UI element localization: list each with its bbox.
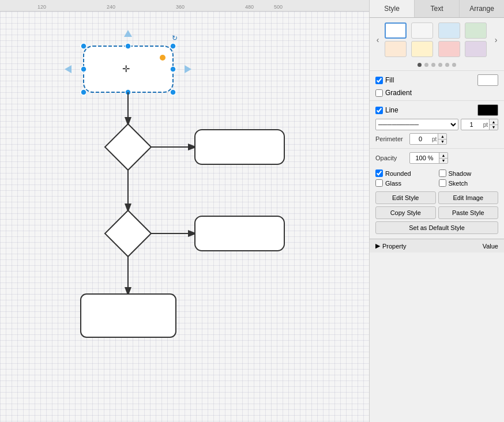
dot-4[interactable] bbox=[438, 63, 442, 67]
edit-image-button[interactable]: Edit Image bbox=[438, 191, 499, 204]
perimeter-spinner: ▲ ▼ bbox=[438, 134, 446, 144]
opacity-row: Opacity ▲ ▼ bbox=[375, 152, 498, 164]
tab-bar: Style Text Arrange bbox=[370, 0, 504, 18]
shadow-checkbox-label[interactable]: Shadow bbox=[439, 169, 499, 177]
perimeter-up[interactable]: ▲ bbox=[438, 134, 446, 140]
color-nav: ‹ › bbox=[370, 18, 504, 62]
line-checkbox-label[interactable]: Line bbox=[375, 106, 475, 114]
gradient-label: Gradient bbox=[385, 89, 412, 97]
svg-point-6 bbox=[170, 66, 176, 72]
rounded-label: Rounded bbox=[385, 170, 411, 177]
canvas-area[interactable]: 120 240 360 480 500 ✛ bbox=[0, 0, 369, 422]
svg-text:↻: ↻ bbox=[172, 34, 178, 42]
fill-row: Fill bbox=[375, 74, 498, 86]
dot-6[interactable] bbox=[452, 63, 456, 67]
dot-2[interactable] bbox=[424, 63, 428, 67]
dot-5[interactable] bbox=[445, 63, 449, 67]
fill-section: Fill Gradient bbox=[370, 70, 504, 100]
panel-scroll[interactable]: ‹ › bbox=[370, 18, 504, 422]
line-label: Line bbox=[385, 106, 398, 114]
rounded-checkbox[interactable] bbox=[375, 169, 383, 177]
opacity-input: ▲ ▼ bbox=[409, 152, 448, 164]
line-width-up[interactable]: ▲ bbox=[490, 119, 498, 125]
svg-point-10 bbox=[160, 55, 166, 61]
dot-3[interactable] bbox=[431, 63, 435, 67]
line-width-spinner: ▲ ▼ bbox=[489, 119, 498, 130]
perimeter-row: Perimeter pt ▲ ▼ bbox=[375, 133, 498, 145]
sketch-checkbox[interactable] bbox=[439, 179, 446, 187]
svg-rect-24 bbox=[81, 294, 176, 337]
svg-marker-16 bbox=[105, 124, 151, 170]
paste-style-button[interactable]: Paste Style bbox=[438, 206, 499, 219]
prev-colors-button[interactable]: ‹ bbox=[372, 34, 383, 46]
opacity-spinner: ▲ ▼ bbox=[439, 153, 447, 163]
opacity-label: Opacity bbox=[375, 155, 407, 161]
svg-point-7 bbox=[81, 89, 86, 95]
line-row: Line bbox=[375, 104, 498, 116]
glass-checkbox[interactable] bbox=[375, 179, 383, 187]
value-header-label: Value bbox=[483, 243, 498, 250]
color-swatch-light-green[interactable] bbox=[465, 22, 487, 39]
color-swatch-light-orange[interactable] bbox=[385, 41, 407, 57]
diagram-svg[interactable]: ✛ ↻ bbox=[0, 12, 369, 422]
perimeter-label: Perimeter bbox=[375, 135, 407, 142]
opacity-up[interactable]: ▲ bbox=[439, 153, 447, 159]
gradient-row: Gradient bbox=[375, 89, 498, 97]
svg-marker-12 bbox=[65, 65, 72, 73]
shadow-checkbox[interactable] bbox=[439, 169, 446, 177]
next-colors-button[interactable]: › bbox=[490, 34, 502, 46]
svg-point-4 bbox=[170, 43, 176, 49]
svg-marker-20 bbox=[105, 210, 151, 257]
svg-rect-18 bbox=[195, 130, 284, 164]
fill-color-picker[interactable] bbox=[477, 74, 498, 86]
glass-checkbox-label[interactable]: Glass bbox=[375, 179, 435, 187]
line-checkbox[interactable] bbox=[375, 107, 383, 114]
tab-style[interactable]: Style bbox=[370, 0, 415, 17]
perimeter-value[interactable] bbox=[410, 134, 431, 144]
dot-1[interactable] bbox=[418, 63, 422, 67]
set-default-style-button[interactable]: Set as Default Style bbox=[375, 221, 498, 234]
opacity-section: Opacity ▲ ▼ bbox=[370, 148, 504, 167]
color-swatch-white[interactable] bbox=[385, 22, 407, 39]
sketch-checkbox-label[interactable]: Sketch bbox=[439, 179, 499, 187]
svg-point-5 bbox=[81, 66, 86, 72]
svg-marker-13 bbox=[185, 65, 191, 73]
edit-style-button[interactable]: Edit Style bbox=[375, 191, 436, 204]
tab-text[interactable]: Text bbox=[415, 0, 460, 17]
tab-arrange[interactable]: Arrange bbox=[460, 0, 504, 17]
line-width-input: pt ▲ ▼ bbox=[461, 119, 498, 130]
color-swatch-light-blue[interactable] bbox=[438, 22, 460, 39]
svg-point-9 bbox=[170, 89, 176, 95]
color-swatches bbox=[385, 22, 489, 57]
fill-checkbox[interactable] bbox=[375, 77, 383, 84]
rounded-checkbox-label[interactable]: Rounded bbox=[375, 169, 435, 177]
line-width-down[interactable]: ▼ bbox=[490, 125, 498, 130]
line-style-select[interactable]: ───────── - - - - - · · · · · bbox=[375, 119, 458, 130]
diagram-content[interactable]: ✛ ↻ bbox=[0, 12, 369, 422]
color-swatch-light-purple[interactable] bbox=[465, 41, 487, 57]
glass-label: Glass bbox=[385, 180, 401, 187]
svg-point-2 bbox=[81, 43, 86, 49]
line-width-value[interactable] bbox=[461, 119, 482, 130]
opacity-value[interactable] bbox=[410, 153, 439, 163]
svg-text:✛: ✛ bbox=[122, 64, 130, 74]
style-checkboxes: Rounded Shadow Glass Sketch bbox=[370, 167, 504, 189]
color-swatch-light-red[interactable] bbox=[438, 41, 460, 57]
property-collapse-icon: ▶ bbox=[375, 242, 380, 250]
color-swatch-light-yellow[interactable] bbox=[411, 41, 433, 57]
svg-rect-22 bbox=[195, 216, 284, 251]
property-header[interactable]: ▶ Property Value bbox=[370, 239, 504, 253]
fill-checkbox-label[interactable]: Fill bbox=[375, 76, 475, 84]
copy-style-button[interactable]: Copy Style bbox=[375, 206, 436, 219]
opacity-down[interactable]: ▼ bbox=[439, 159, 447, 164]
ruler-top: 120 240 360 480 500 bbox=[0, 0, 369, 12]
gradient-checkbox-label[interactable]: Gradient bbox=[375, 89, 498, 97]
action-buttons: Edit Style Edit Image Copy Style Paste S… bbox=[370, 189, 504, 236]
color-page-dots bbox=[370, 62, 504, 70]
color-swatch-light-gray[interactable] bbox=[411, 22, 433, 39]
shadow-label: Shadow bbox=[449, 170, 472, 177]
svg-point-3 bbox=[125, 43, 131, 49]
perimeter-down[interactable]: ▼ bbox=[438, 140, 446, 145]
gradient-checkbox[interactable] bbox=[375, 89, 383, 97]
line-color-picker[interactable] bbox=[477, 104, 498, 116]
